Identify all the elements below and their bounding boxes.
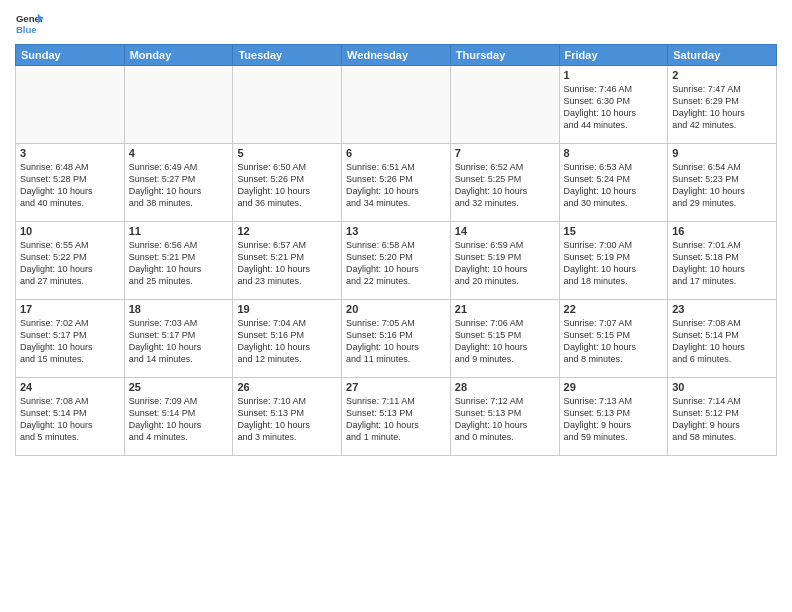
weekday-header-thursday: Thursday (450, 45, 559, 66)
week-row-2: 3Sunrise: 6:48 AM Sunset: 5:28 PM Daylig… (16, 144, 777, 222)
day-info: Sunrise: 7:46 AM Sunset: 6:30 PM Dayligh… (564, 83, 664, 132)
calendar-cell: 19Sunrise: 7:04 AM Sunset: 5:16 PM Dayli… (233, 300, 342, 378)
week-row-4: 17Sunrise: 7:02 AM Sunset: 5:17 PM Dayli… (16, 300, 777, 378)
day-number: 30 (672, 381, 772, 393)
svg-text:Blue: Blue (16, 24, 37, 35)
day-number: 4 (129, 147, 229, 159)
weekday-header-saturday: Saturday (668, 45, 777, 66)
day-number: 23 (672, 303, 772, 315)
logo-icon: General Blue (15, 10, 43, 38)
calendar-cell: 1Sunrise: 7:46 AM Sunset: 6:30 PM Daylig… (559, 66, 668, 144)
week-row-3: 10Sunrise: 6:55 AM Sunset: 5:22 PM Dayli… (16, 222, 777, 300)
calendar-cell (16, 66, 125, 144)
calendar-cell: 16Sunrise: 7:01 AM Sunset: 5:18 PM Dayli… (668, 222, 777, 300)
day-info: Sunrise: 6:55 AM Sunset: 5:22 PM Dayligh… (20, 239, 120, 288)
day-number: 13 (346, 225, 446, 237)
calendar-cell: 10Sunrise: 6:55 AM Sunset: 5:22 PM Dayli… (16, 222, 125, 300)
day-info: Sunrise: 6:59 AM Sunset: 5:19 PM Dayligh… (455, 239, 555, 288)
calendar-cell: 23Sunrise: 7:08 AM Sunset: 5:14 PM Dayli… (668, 300, 777, 378)
day-number: 7 (455, 147, 555, 159)
day-number: 25 (129, 381, 229, 393)
calendar-cell: 30Sunrise: 7:14 AM Sunset: 5:12 PM Dayli… (668, 378, 777, 456)
calendar-cell: 4Sunrise: 6:49 AM Sunset: 5:27 PM Daylig… (124, 144, 233, 222)
day-info: Sunrise: 7:01 AM Sunset: 5:18 PM Dayligh… (672, 239, 772, 288)
day-number: 18 (129, 303, 229, 315)
calendar-cell: 15Sunrise: 7:00 AM Sunset: 5:19 PM Dayli… (559, 222, 668, 300)
day-number: 26 (237, 381, 337, 393)
weekday-header-sunday: Sunday (16, 45, 125, 66)
calendar-cell: 22Sunrise: 7:07 AM Sunset: 5:15 PM Dayli… (559, 300, 668, 378)
header: General Blue (15, 10, 777, 38)
day-number: 24 (20, 381, 120, 393)
day-number: 12 (237, 225, 337, 237)
day-info: Sunrise: 7:05 AM Sunset: 5:16 PM Dayligh… (346, 317, 446, 366)
calendar-cell: 18Sunrise: 7:03 AM Sunset: 5:17 PM Dayli… (124, 300, 233, 378)
calendar-cell (342, 66, 451, 144)
day-info: Sunrise: 7:03 AM Sunset: 5:17 PM Dayligh… (129, 317, 229, 366)
day-info: Sunrise: 7:14 AM Sunset: 5:12 PM Dayligh… (672, 395, 772, 444)
day-info: Sunrise: 7:09 AM Sunset: 5:14 PM Dayligh… (129, 395, 229, 444)
day-number: 15 (564, 225, 664, 237)
calendar-cell: 13Sunrise: 6:58 AM Sunset: 5:20 PM Dayli… (342, 222, 451, 300)
calendar-cell (233, 66, 342, 144)
calendar-cell: 27Sunrise: 7:11 AM Sunset: 5:13 PM Dayli… (342, 378, 451, 456)
day-number: 2 (672, 69, 772, 81)
day-info: Sunrise: 7:02 AM Sunset: 5:17 PM Dayligh… (20, 317, 120, 366)
day-info: Sunrise: 6:50 AM Sunset: 5:26 PM Dayligh… (237, 161, 337, 210)
calendar-cell: 26Sunrise: 7:10 AM Sunset: 5:13 PM Dayli… (233, 378, 342, 456)
day-number: 27 (346, 381, 446, 393)
day-number: 17 (20, 303, 120, 315)
day-info: Sunrise: 6:54 AM Sunset: 5:23 PM Dayligh… (672, 161, 772, 210)
day-info: Sunrise: 6:53 AM Sunset: 5:24 PM Dayligh… (564, 161, 664, 210)
day-number: 9 (672, 147, 772, 159)
page: General Blue SundayMondayTuesdayWednesda… (0, 0, 792, 612)
day-number: 8 (564, 147, 664, 159)
day-info: Sunrise: 7:07 AM Sunset: 5:15 PM Dayligh… (564, 317, 664, 366)
day-number: 11 (129, 225, 229, 237)
weekday-header-friday: Friday (559, 45, 668, 66)
calendar-cell: 20Sunrise: 7:05 AM Sunset: 5:16 PM Dayli… (342, 300, 451, 378)
calendar-cell: 7Sunrise: 6:52 AM Sunset: 5:25 PM Daylig… (450, 144, 559, 222)
weekday-header-row: SundayMondayTuesdayWednesdayThursdayFrid… (16, 45, 777, 66)
day-info: Sunrise: 6:56 AM Sunset: 5:21 PM Dayligh… (129, 239, 229, 288)
day-info: Sunrise: 6:52 AM Sunset: 5:25 PM Dayligh… (455, 161, 555, 210)
calendar-cell (450, 66, 559, 144)
day-info: Sunrise: 6:58 AM Sunset: 5:20 PM Dayligh… (346, 239, 446, 288)
week-row-5: 24Sunrise: 7:08 AM Sunset: 5:14 PM Dayli… (16, 378, 777, 456)
weekday-header-wednesday: Wednesday (342, 45, 451, 66)
week-row-1: 1Sunrise: 7:46 AM Sunset: 6:30 PM Daylig… (16, 66, 777, 144)
day-number: 14 (455, 225, 555, 237)
calendar-cell: 25Sunrise: 7:09 AM Sunset: 5:14 PM Dayli… (124, 378, 233, 456)
day-info: Sunrise: 6:48 AM Sunset: 5:28 PM Dayligh… (20, 161, 120, 210)
day-info: Sunrise: 6:49 AM Sunset: 5:27 PM Dayligh… (129, 161, 229, 210)
calendar-cell: 2Sunrise: 7:47 AM Sunset: 6:29 PM Daylig… (668, 66, 777, 144)
day-info: Sunrise: 7:10 AM Sunset: 5:13 PM Dayligh… (237, 395, 337, 444)
day-number: 3 (20, 147, 120, 159)
day-info: Sunrise: 7:47 AM Sunset: 6:29 PM Dayligh… (672, 83, 772, 132)
calendar-cell: 21Sunrise: 7:06 AM Sunset: 5:15 PM Dayli… (450, 300, 559, 378)
day-number: 16 (672, 225, 772, 237)
day-number: 6 (346, 147, 446, 159)
day-info: Sunrise: 7:08 AM Sunset: 5:14 PM Dayligh… (20, 395, 120, 444)
weekday-header-tuesday: Tuesday (233, 45, 342, 66)
day-info: Sunrise: 7:08 AM Sunset: 5:14 PM Dayligh… (672, 317, 772, 366)
day-info: Sunrise: 7:12 AM Sunset: 5:13 PM Dayligh… (455, 395, 555, 444)
day-info: Sunrise: 7:11 AM Sunset: 5:13 PM Dayligh… (346, 395, 446, 444)
calendar-cell: 9Sunrise: 6:54 AM Sunset: 5:23 PM Daylig… (668, 144, 777, 222)
calendar-cell: 24Sunrise: 7:08 AM Sunset: 5:14 PM Dayli… (16, 378, 125, 456)
calendar-cell: 29Sunrise: 7:13 AM Sunset: 5:13 PM Dayli… (559, 378, 668, 456)
day-info: Sunrise: 7:04 AM Sunset: 5:16 PM Dayligh… (237, 317, 337, 366)
day-number: 22 (564, 303, 664, 315)
calendar-cell (124, 66, 233, 144)
weekday-header-monday: Monday (124, 45, 233, 66)
day-number: 29 (564, 381, 664, 393)
calendar-cell: 5Sunrise: 6:50 AM Sunset: 5:26 PM Daylig… (233, 144, 342, 222)
day-info: Sunrise: 7:06 AM Sunset: 5:15 PM Dayligh… (455, 317, 555, 366)
day-info: Sunrise: 6:57 AM Sunset: 5:21 PM Dayligh… (237, 239, 337, 288)
day-number: 19 (237, 303, 337, 315)
calendar-cell: 6Sunrise: 6:51 AM Sunset: 5:26 PM Daylig… (342, 144, 451, 222)
day-number: 20 (346, 303, 446, 315)
calendar-cell: 12Sunrise: 6:57 AM Sunset: 5:21 PM Dayli… (233, 222, 342, 300)
day-number: 1 (564, 69, 664, 81)
calendar-cell: 28Sunrise: 7:12 AM Sunset: 5:13 PM Dayli… (450, 378, 559, 456)
